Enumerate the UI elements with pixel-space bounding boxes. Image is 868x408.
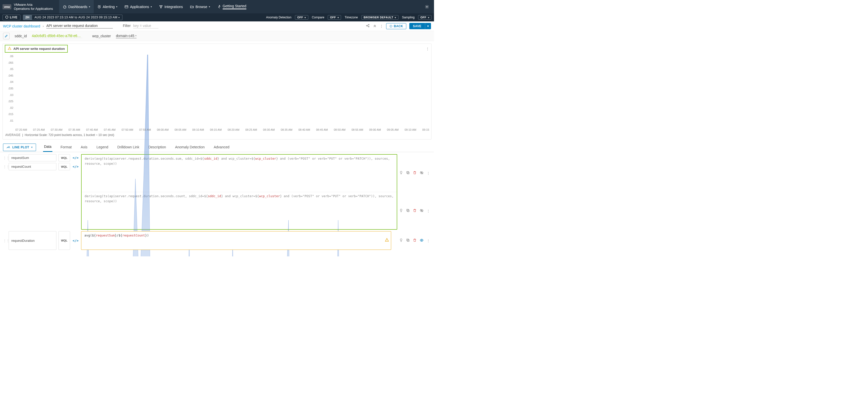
- x-tick: 07:40 AM: [86, 128, 98, 131]
- anomaly-value: OFF: [297, 16, 303, 19]
- edit-vars-button[interactable]: [3, 33, 9, 39]
- x-tick: 07:50 AM: [121, 128, 133, 131]
- y-tick: .05: [9, 67, 13, 70]
- settings-gear[interactable]: [423, 0, 432, 13]
- breadcrumb-current[interactable]: API server write request duration: [46, 24, 113, 28]
- share-icon[interactable]: [366, 24, 370, 28]
- x-tick: 07:45 AM: [104, 128, 115, 131]
- svg-point-5: [160, 7, 161, 8]
- x-tick: 09:00 AM: [369, 128, 381, 131]
- var-wcp-label: wcp_cluster: [92, 34, 111, 38]
- timebar-right: Anomaly Detection OFF▾ Compare OFF▾ Time…: [266, 15, 432, 20]
- x-tick: 08:50 AM: [334, 128, 345, 131]
- x-tick: 08:10 AM: [192, 128, 204, 131]
- sampling-value: OFF: [421, 16, 427, 19]
- y-tick: .06: [9, 55, 13, 58]
- drag-handle-icon[interactable]: ⋮⋮: [3, 163, 6, 170]
- save-button[interactable]: SAVE: [409, 23, 425, 29]
- var-sddc-value[interactable]: 4a0c6df1-d5b6-45ec-a7fd-e6411...: [32, 34, 82, 38]
- compare-dropdown[interactable]: OFF▾: [328, 15, 341, 20]
- crumb-actions: ⋮ BACK SAVE ▾: [366, 23, 431, 29]
- gear-icon: [425, 5, 429, 9]
- chevron-down-icon: ▾: [135, 34, 136, 37]
- kebab-icon[interactable]: ⋮: [380, 24, 383, 28]
- x-tick: 09:15: [422, 128, 429, 131]
- chart-plot[interactable]: [16, 55, 429, 256]
- svg-point-3: [159, 5, 160, 6]
- y-tick: .04: [9, 80, 13, 83]
- sampling-dropdown[interactable]: OFF▾: [418, 15, 432, 20]
- chevron-down-icon: ▾: [209, 5, 210, 8]
- timezone-label: Timezone: [345, 15, 358, 19]
- nav-applications[interactable]: Applications ▾: [121, 0, 155, 13]
- svg-rect-2: [125, 5, 128, 8]
- x-tick: 08:25 AM: [245, 128, 257, 131]
- chart-body[interactable]: .06.055.05.045.04.035.03.025.02.015.01 0…: [3, 54, 431, 132]
- svg-point-7: [427, 6, 428, 7]
- x-tick: 08:55 AM: [351, 128, 363, 131]
- nav-items: Dashboards ▾ Alerting ▾ Applications ▾ I…: [59, 0, 250, 13]
- alarm-icon: [97, 5, 101, 9]
- gauge-icon: [63, 5, 67, 9]
- drag-handle-icon[interactable]: ⋮⋮: [3, 231, 6, 250]
- range-from: AUG 24 2023 07:15:13 AM: [34, 15, 73, 19]
- var-wcp-value-text: domain-c45: [116, 34, 134, 38]
- compare-value: OFF: [330, 16, 336, 19]
- x-tick: 08:35 AM: [281, 128, 292, 131]
- range-short[interactable]: 2H: [23, 14, 32, 20]
- nodes-icon: [159, 5, 163, 9]
- top-nav: vmw VMware Aria Operations for Applicati…: [0, 0, 434, 13]
- chart-x-axis: 07:20 AM07:25 AM07:30 AM07:35 AM07:40 AM…: [16, 128, 429, 131]
- nav-dashboards-label: Dashboards: [68, 5, 87, 9]
- drag-handle-icon[interactable]: ⋮⋮: [3, 154, 6, 161]
- y-tick: .015: [8, 113, 13, 116]
- nav-dashboards[interactable]: Dashboards ▾: [59, 0, 94, 13]
- x-tick: 08:40 AM: [299, 128, 310, 131]
- live-toggle[interactable]: LIVE: [2, 14, 21, 21]
- var-wcp-value[interactable]: domain-c45 ▾: [116, 34, 136, 38]
- nav-getting-started-label: Getting Started: [223, 4, 246, 9]
- chevron-down-icon: ▾: [428, 16, 430, 19]
- x-tick: 07:55 AM: [139, 128, 151, 131]
- nav-integrations[interactable]: Integrations: [155, 0, 186, 13]
- x-tick: 08:20 AM: [228, 128, 239, 131]
- brand-line1: VMware Aria: [14, 3, 53, 7]
- svg-point-0: [63, 5, 66, 8]
- x-tick: 07:20 AM: [16, 128, 27, 131]
- nav-browse[interactable]: Browse ▾: [186, 0, 214, 13]
- brand: vmw VMware Aria Operations for Applicati…: [0, 0, 55, 13]
- anomaly-label: Anomaly Detection: [266, 15, 291, 19]
- query-expression[interactable]: avg(${requestSum}/${requestCount}): [81, 231, 391, 250]
- chevron-down-icon: ▾: [305, 16, 306, 19]
- circle-icon: [5, 15, 8, 20]
- chevron-down-icon: ▾: [151, 5, 152, 8]
- save-dropdown[interactable]: ▾: [425, 23, 431, 29]
- chevron-down-icon: ▾: [31, 146, 33, 149]
- chevron-right-icon: ›: [43, 24, 44, 28]
- y-tick: .03: [9, 93, 13, 96]
- time-range[interactable]: 2H AUG 24 2023 07:15:13 AM to AUG 24 202…: [23, 14, 123, 20]
- y-tick: .025: [8, 100, 13, 103]
- x-tick: 08:30 AM: [263, 128, 275, 131]
- chart-card: API server write request duration ⋮ .06.…: [2, 43, 432, 139]
- range-dates[interactable]: AUG 24 2023 07:15:13 AM to AUG 24 2023 0…: [32, 14, 122, 20]
- nav-getting-started[interactable]: Getting Started: [214, 0, 250, 13]
- collapse-up-icon[interactable]: [373, 24, 377, 28]
- filter-input[interactable]: key = value: [133, 24, 158, 28]
- nav-alerting[interactable]: Alerting ▾: [94, 0, 121, 13]
- var-sddc-label: sddc_id: [14, 34, 27, 38]
- back-button[interactable]: BACK: [386, 23, 407, 29]
- chevron-down-icon: ▾: [116, 5, 117, 8]
- anomaly-dropdown[interactable]: OFF▾: [295, 15, 308, 20]
- filter-placeholder: key = value: [133, 24, 151, 28]
- chart-y-axis: .06.055.05.045.04.035.03.025.02.015.01: [3, 54, 14, 127]
- warning-icon[interactable]: [385, 238, 389, 243]
- chart-kebab-icon[interactable]: ⋮: [426, 47, 429, 51]
- svg-point-4: [161, 5, 162, 6]
- timezone-dropdown[interactable]: BROWSER DEFAULT▾: [362, 15, 399, 20]
- brand-logo: vmw: [2, 4, 11, 9]
- chevron-down-icon: ▾: [89, 5, 90, 8]
- nav-alerting-label: Alerting: [103, 5, 115, 9]
- chart-title: API server write request duration: [13, 47, 65, 51]
- breadcrumb-parent[interactable]: WCP cluster dashboard: [3, 24, 40, 28]
